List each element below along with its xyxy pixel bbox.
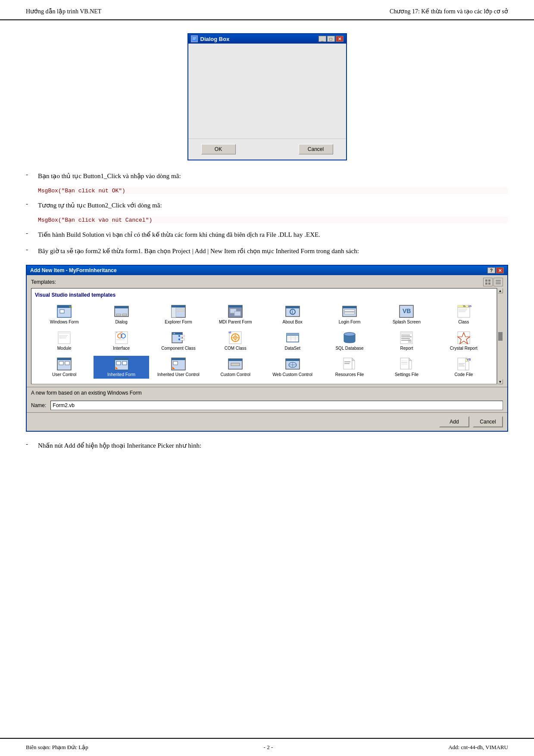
template-item-about-box[interactable]: iAbout Box: [265, 303, 320, 326]
add-button[interactable]: Add: [439, 416, 469, 427]
template-label-dataset: DataSet: [285, 346, 300, 351]
template-item-login-form[interactable]: Login Form: [322, 303, 377, 326]
svg-rect-110: [352, 361, 355, 369]
template-item-resources-file[interactable]: Resources File: [322, 356, 377, 379]
installed-templates-section: Visual Studio installed templates VBWind…: [31, 288, 497, 384]
template-item-splash-screen[interactable]: VBSplash Screen: [379, 303, 434, 326]
bullet-text-3: Tiến hành Build Solution vì bạn chỉ có t…: [38, 229, 508, 240]
name-bar: Name:: [27, 398, 507, 412]
add-item-ctrl-btns: ? ✕: [487, 267, 504, 273]
template-icon-dialog: [114, 304, 129, 318]
name-input[interactable]: [50, 401, 503, 410]
template-icon-web-custom-control: [285, 357, 300, 371]
svg-rect-3: [485, 279, 487, 282]
dialog-body: [188, 44, 346, 138]
close-button[interactable]: ✕: [336, 36, 344, 42]
template-item-user-control[interactable]: User Control: [37, 356, 92, 379]
add-item-close-button[interactable]: ✕: [496, 267, 504, 273]
template-icon-settings-file: [399, 357, 414, 371]
template-label-crystal-report: Crystal Report: [450, 346, 478, 351]
template-item-com-class[interactable]: VBCOM Class: [208, 329, 263, 352]
template-label-component-class: Component Class: [161, 346, 195, 351]
template-item-inherited-form[interactable]: Inherited Form: [94, 356, 149, 379]
maximize-button[interactable]: □: [327, 36, 335, 42]
dialog-controls: _ □ ✕: [319, 36, 344, 42]
svg-rect-2: [193, 39, 195, 40]
svg-rect-102: [231, 363, 240, 366]
svg-rect-98: [173, 361, 178, 365]
dialog-titlebar-left: Dialog Box: [191, 35, 230, 42]
template-item-sql-database[interactable]: SQL Database: [322, 329, 377, 352]
svg-rect-118: [401, 364, 407, 365]
template-item-component-class[interactable]: VBComponent Class: [151, 329, 206, 352]
svg-point-77: [344, 333, 355, 336]
template-item-module[interactable]: Module: [37, 329, 92, 352]
template-item-explorer-form[interactable]: Explorer Form: [151, 303, 206, 326]
template-label-inherited-form: Inherited Form: [107, 372, 135, 377]
template-item-mdi-parent-form[interactable]: MDI Parent Form: [208, 303, 263, 326]
svg-rect-115: [409, 361, 412, 369]
add-item-help-button[interactable]: ?: [487, 267, 495, 273]
svg-rect-85: [458, 332, 470, 344]
template-item-settings-file[interactable]: Settings File: [379, 356, 434, 379]
template-item-dataset[interactable]: DataSet: [265, 329, 320, 352]
scroll-down[interactable]: ▼: [498, 379, 503, 384]
template-item-custom-control[interactable]: Custom Control: [208, 356, 263, 379]
template-icon-login-form: [342, 304, 357, 318]
template-label-user-control: User Control: [52, 372, 76, 377]
template-icon-explorer-form: [171, 304, 186, 318]
dialog-titlebar: Dialog Box _ □ ✕: [188, 34, 346, 44]
scroll-up[interactable]: ▲: [498, 288, 503, 293]
svg-rect-82: [401, 338, 410, 339]
svg-rect-41: [459, 309, 467, 310]
svg-rect-42: [459, 310, 466, 311]
template-icon-windows-form: VB: [56, 304, 72, 318]
ok-button[interactable]: OK: [201, 144, 236, 154]
add-cancel-button[interactable]: Cancel: [473, 416, 503, 427]
svg-text:VB: VB: [467, 358, 471, 361]
template-label-splash-screen: Splash Screen: [393, 320, 421, 325]
template-label-mdi-parent-form: MDI Parent Form: [219, 320, 252, 325]
svg-rect-48: [59, 336, 67, 337]
template-item-windows-form[interactable]: VBWindows Form: [37, 303, 92, 326]
add-item-body: Templates:: [27, 275, 507, 387]
bullet-text-4: Bây giờ ta sẽ tạo form2 kế thừa form1. B…: [38, 246, 508, 256]
svg-rect-117: [401, 362, 407, 363]
svg-rect-116: [401, 361, 407, 361]
code-line-2: MsgBox("Bạn click vào nút Cancel"): [38, 216, 508, 223]
svg-text:VB: VB: [120, 331, 123, 334]
scrollbar[interactable]: ▲ ▼: [497, 288, 503, 384]
svg-point-60: [178, 335, 180, 337]
installed-label: Visual Studio installed templates: [35, 292, 493, 298]
large-icons-view-button[interactable]: [483, 278, 493, 286]
template-item-report[interactable]: Report: [379, 329, 434, 352]
cancel-button[interactable]: Cancel: [299, 144, 333, 154]
svg-marker-109: [352, 358, 355, 361]
template-item-dialog[interactable]: Dialog: [94, 303, 149, 326]
svg-rect-124: [459, 366, 465, 367]
template-icon-report: [399, 331, 414, 345]
page-header: Hướng dẫn lập trình VB.NET Chương 17: Kế…: [0, 0, 534, 20]
svg-rect-34: [344, 312, 355, 314]
template-item-code-file[interactable]: VBCode File: [436, 356, 491, 379]
svg-rect-15: [115, 306, 128, 308]
list-view-button[interactable]: [493, 278, 503, 286]
template-item-class[interactable]: YbVBClass: [436, 303, 491, 326]
dialog-box: Dialog Box _ □ ✕ OK Cancel: [187, 33, 347, 160]
svg-rect-9: [496, 283, 501, 284]
minimize-button[interactable]: _: [319, 36, 326, 42]
dialog-action-buttons: Add Cancel: [27, 412, 507, 431]
svg-rect-80: [401, 335, 410, 336]
template-item-interface[interactable]: oVBInterface: [94, 329, 149, 352]
template-label-resources-file: Resources File: [335, 372, 364, 377]
template-item-crystal-report[interactable]: Crystal Report: [436, 329, 491, 352]
template-icon-inherited-user-control: [171, 357, 186, 371]
template-icon-interface: oVB: [114, 331, 129, 345]
template-item-web-custom-control[interactable]: Web Custom Control: [265, 356, 320, 379]
template-label-interface: Interface: [113, 346, 130, 351]
template-label-class: Class: [458, 320, 469, 325]
template-icon-component-class: VB: [171, 331, 186, 345]
template-label-web-custom-control: Web Custom Control: [272, 372, 312, 377]
template-item-inherited-user-control[interactable]: Inherited User Control: [151, 356, 206, 379]
add-item-title: Add New Item - MyFormInheritance: [30, 267, 117, 273]
